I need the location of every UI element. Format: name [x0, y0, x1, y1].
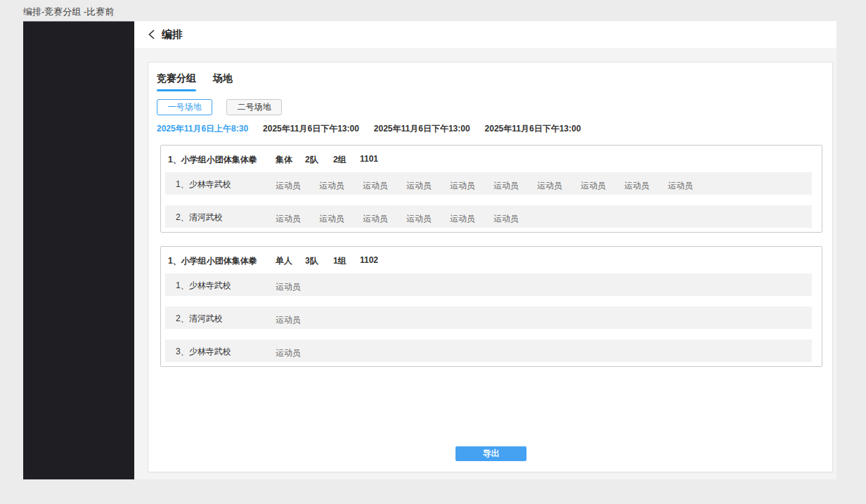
- athlete-cell: 运动员: [319, 180, 363, 192]
- team-row: 1、少林寺武校 运动员: [165, 273, 812, 296]
- athlete-cell: 运动员: [319, 213, 363, 225]
- group-header: 1、小学组小团体集体拳 单人 3队 1组 1102: [161, 247, 822, 273]
- breadcrumb: 编排-竞赛分组 -比赛前: [23, 6, 114, 18]
- athlete-cell: 运动员: [624, 180, 668, 192]
- team-row: 2、清河武校 运动员运动员运动员运动员运动员运动员: [165, 205, 812, 228]
- athlete-cell: 运动员: [276, 314, 319, 326]
- athlete-cell: 运动员: [276, 213, 319, 225]
- athlete-cell: 运动员: [363, 180, 406, 192]
- athlete-cell: 运动员: [450, 180, 493, 192]
- group-card-1: 1、小学组小团体集体拳 集体 2队 2组 1101 1、少林寺武校 运动员运动员…: [160, 145, 822, 233]
- athlete-list: 运动员: [276, 346, 319, 359]
- team-rows: 1、少林寺武校 运动员运动员运动员运动员运动员运动员运动员运动员运动员运动员 2…: [161, 172, 822, 228]
- group-card-2: 1、小学组小团体集体拳 单人 3队 1组 1102 1、少林寺武校 运动员 2、…: [160, 246, 822, 367]
- athlete-cell: 运动员: [276, 281, 319, 293]
- athlete-cell: 运动员: [493, 180, 537, 192]
- back-button[interactable]: [148, 29, 155, 40]
- athlete-cell: 运动员: [363, 213, 406, 225]
- group-number: 2组: [333, 154, 347, 166]
- team-name: 1、少林寺武校: [176, 179, 231, 190]
- group-type: 集体: [276, 154, 292, 166]
- tab-bar: 竞赛分组场地: [157, 72, 233, 91]
- athlete-cell: 运动员: [406, 213, 450, 225]
- athlete-list: 运动员: [276, 313, 319, 326]
- athlete-list: 运动员运动员运动员运动员运动员运动员: [276, 212, 537, 225]
- page-title: 编排: [162, 28, 183, 41]
- venue-button-group: 一号场地二号场地: [157, 99, 282, 115]
- team-name: 2、清河武校: [176, 212, 223, 224]
- page-header: 编排: [134, 21, 836, 48]
- group-header: 1、小学组小团体集体拳 集体 2队 2组 1101: [161, 146, 822, 172]
- team-row: 2、清河武校 运动员: [165, 306, 812, 329]
- athlete-cell: 运动员: [493, 213, 537, 225]
- tab-venue[interactable]: 场地: [213, 72, 233, 91]
- group-number: 1组: [333, 255, 347, 267]
- group-team-count: 3队: [305, 255, 318, 267]
- athlete-cell: 运动员: [450, 213, 493, 225]
- athlete-cell: 运动员: [668, 180, 711, 192]
- team-row: 3、少林寺武校 运动员: [165, 340, 812, 362]
- team-row: 1、少林寺武校 运动员运动员运动员运动员运动员运动员运动员运动员运动员运动员: [165, 172, 812, 195]
- chevron-left-icon: [148, 29, 155, 40]
- session-date-bar: 2025年11月6日上午8:302025年11月6日下午13:002025年11…: [157, 123, 581, 135]
- venue-1-button[interactable]: 一号场地: [157, 99, 212, 115]
- sidebar: [23, 21, 134, 479]
- session-date-2[interactable]: 2025年11月6日下午13:00: [263, 123, 359, 135]
- athlete-cell: 运动员: [276, 180, 319, 192]
- group-list: 1、小学组小团体集体拳 集体 2队 2组 1101 1、少林寺武校 运动员运动员…: [160, 145, 822, 380]
- team-name: 2、清河武校: [176, 313, 223, 325]
- team-rows: 1、少林寺武校 运动员 2、清河武校 运动员 3、少林寺武校 运动员: [161, 273, 822, 362]
- group-code: 1101: [360, 154, 378, 164]
- athlete-list: 运动员: [276, 280, 319, 293]
- group-code: 1102: [360, 255, 378, 265]
- session-date-1[interactable]: 2025年11月6日上午8:30: [157, 123, 248, 135]
- group-type: 单人: [276, 255, 292, 267]
- venue-2-button[interactable]: 二号场地: [226, 99, 282, 115]
- athlete-cell: 运动员: [537, 180, 581, 192]
- group-title: 1、小学组小团体集体拳: [168, 154, 257, 166]
- team-name: 3、少林寺武校: [176, 346, 231, 358]
- group-title: 1、小学组小团体集体拳: [168, 255, 257, 267]
- tab-competition-grouping[interactable]: 竞赛分组: [157, 72, 196, 91]
- athlete-cell: 运动员: [406, 180, 450, 192]
- athlete-list: 运动员运动员运动员运动员运动员运动员运动员运动员运动员运动员: [276, 179, 711, 192]
- session-date-3[interactable]: 2025年11月6日下午13:00: [374, 123, 470, 135]
- session-date-4[interactable]: 2025年11月6日下午13:00: [485, 123, 581, 135]
- export-button[interactable]: 导出: [455, 446, 526, 461]
- content-panel: 竞赛分组场地 一号场地二号场地 2025年11月6日上午8:302025年11月…: [148, 62, 833, 472]
- team-name: 1、少林寺武校: [176, 280, 231, 292]
- athlete-cell: 运动员: [276, 347, 319, 359]
- group-team-count: 2队: [305, 154, 318, 166]
- athlete-cell: 运动员: [581, 180, 624, 192]
